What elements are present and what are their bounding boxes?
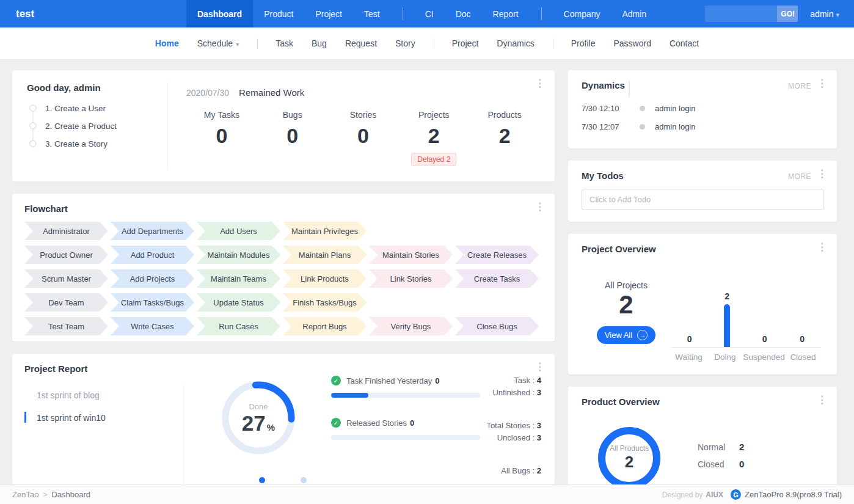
report-side-stats: Task4 Unfinished3 Total Stories3 Unclose… (486, 374, 541, 484)
subnav-item[interactable]: Contact (660, 38, 708, 48)
flow-step: Update Status (197, 293, 280, 312)
metric-label: Task Finished Yesterday (346, 376, 432, 385)
subnav-item[interactable]: Task (266, 38, 302, 48)
stat-column: Bugs 0 (257, 110, 328, 166)
welcome-head: 2020/07/30 Remained Work (186, 87, 540, 98)
subnav-item[interactable]: Schedule (188, 38, 248, 48)
nav-item[interactable]: Report (482, 0, 530, 27)
stat-line-value: 3 (537, 421, 541, 430)
kebab-menu-icon[interactable] (535, 362, 545, 372)
donut-center: Done 27 % (219, 378, 298, 458)
breadcrumb-page[interactable]: Dashboard (51, 490, 90, 499)
step-link[interactable]: 1. Create a User (29, 104, 167, 113)
bar-label: Suspended (743, 352, 784, 362)
flow-step: Dev Team (24, 293, 108, 312)
kebab-menu-icon[interactable] (817, 242, 827, 252)
stat-line: Task4 (486, 374, 541, 387)
designer-name[interactable]: AIUX (706, 491, 723, 499)
product-status-stats: Normal 2 Closed 0 (698, 442, 744, 476)
entry-time: 7/30 12:07 (582, 122, 640, 131)
subnav-item[interactable]: Request (336, 38, 386, 48)
carousel-dot-active[interactable] (259, 477, 265, 483)
kebab-menu-icon[interactable] (817, 78, 827, 89)
entry-text[interactable]: admin login (655, 104, 696, 113)
version-label[interactable]: ZenTaoPro 8.9(pro8.9 Trial) (745, 490, 842, 499)
my-todos-card: My Todos MORE (568, 161, 837, 222)
flow-step: Link Stories (369, 269, 453, 288)
all-products-label: All Products (610, 444, 649, 453)
todos-more-link[interactable]: MORE (788, 172, 811, 181)
search-go-button[interactable]: GO! (777, 5, 798, 22)
flow-step: Write Cases (111, 317, 194, 335)
step-link[interactable]: 2. Create a Product (29, 122, 167, 131)
nav-item[interactable]: Doc (445, 0, 482, 27)
footer-right: Designed by AIUX ZenTaoPro 8.9(pro8.9 Tr… (662, 489, 842, 500)
nav-item[interactable]: Test (353, 0, 391, 27)
user-menu[interactable]: admin (810, 9, 839, 19)
check-icon (331, 376, 341, 385)
dynamics-entry: 7/30 12:10 admin login (582, 99, 823, 117)
stat-line-value: 3 (537, 388, 541, 397)
kebab-menu-icon[interactable] (817, 395, 827, 405)
status-bar (724, 304, 730, 347)
project-overview-card: Project Overview All Projects 2 View All… (568, 234, 837, 374)
metric-row: Task Finished Yesterday 0 (331, 376, 480, 398)
subnav-item[interactable]: Project (443, 38, 488, 48)
welcome-right: 2020/07/30 Remained Work My Tasks 0 Bugs (167, 82, 540, 169)
all-projects-summary: All Projects 2 View All (584, 280, 668, 344)
stat-value[interactable]: 0 (328, 125, 399, 147)
entry-text[interactable]: admin login (655, 122, 696, 131)
stat-value[interactable]: 2 (398, 125, 469, 147)
kebab-menu-icon[interactable] (535, 78, 545, 89)
subnav-item[interactable]: Home (146, 38, 188, 48)
nav-item[interactable]: CI (414, 0, 445, 27)
breadcrumb-app[interactable]: ZenTao (12, 490, 38, 499)
nav-item[interactable]: Company (553, 0, 611, 27)
dynamics-more-link[interactable]: MORE (788, 82, 811, 90)
kebab-menu-icon[interactable] (817, 169, 827, 179)
all-projects-label: All Projects (584, 280, 668, 290)
stat-value[interactable]: 0 (257, 125, 328, 147)
nav-item[interactable]: Dashboard (186, 0, 253, 27)
step-link[interactable]: 3. Create a Story (29, 139, 167, 148)
stat-line: All Bugs2 (486, 465, 541, 477)
project-report-title: Project Report (24, 363, 542, 374)
search-input[interactable] (705, 5, 777, 22)
stat-value[interactable]: 2 (469, 125, 540, 147)
nav-item[interactable]: Product (253, 0, 304, 27)
date-label: 2020/07/30 (186, 88, 229, 98)
subnav-item[interactable]: Dynamics (487, 38, 543, 48)
colon (530, 421, 537, 430)
nav-item[interactable]: Admin (611, 0, 658, 27)
stat-line: Total Stories3 (486, 420, 541, 432)
stat-column: Products 2 (469, 110, 540, 166)
sprint-item[interactable]: 1st sprint of blog (24, 384, 177, 406)
subnav-item[interactable]: Password (604, 38, 660, 48)
left-column: Good day, admin 1. Create a User 2. Crea… (12, 70, 555, 484)
subnav-item[interactable]: Profile (562, 38, 605, 48)
subnav-item[interactable]: Bug (302, 38, 336, 48)
colon (530, 388, 537, 397)
report-metrics: Task Finished Yesterday 0 Released Stori… (331, 376, 480, 460)
sprint-item[interactable]: 1st sprint of win10 (24, 406, 177, 429)
product-stat-row: Normal 2 (698, 442, 744, 452)
flow-step: Create Releases (455, 246, 539, 264)
stat-line: Unclosed3 (486, 432, 541, 444)
add-todo-input[interactable] (582, 189, 823, 210)
kebab-menu-icon[interactable] (535, 202, 545, 212)
brand-logo[interactable]: test (0, 0, 186, 27)
main-menu: Dashboard Product Project Test CI Doc Re… (186, 0, 657, 27)
carousel-dot[interactable] (301, 477, 307, 483)
subnav-item[interactable]: Story (386, 38, 425, 48)
stat-line-label: Unclosed (497, 433, 530, 442)
project-status-chart: 0 2 0 (671, 274, 821, 362)
dynamics-timeline: 7/30 12:10 admin login 7/30 12:07 admin … (582, 99, 823, 136)
flow-step: Finish Tasks/Bugs (283, 293, 367, 312)
flow-step: Link Products (283, 269, 367, 288)
work-stats: My Tasks 0 Bugs 0 Stories (186, 110, 540, 166)
flow-step: Add Users (197, 222, 280, 240)
stat-line-value: 3 (537, 433, 541, 442)
stat-value[interactable]: 0 (186, 125, 257, 147)
nav-item[interactable]: Project (304, 0, 353, 27)
view-all-button[interactable]: View All (597, 326, 655, 344)
